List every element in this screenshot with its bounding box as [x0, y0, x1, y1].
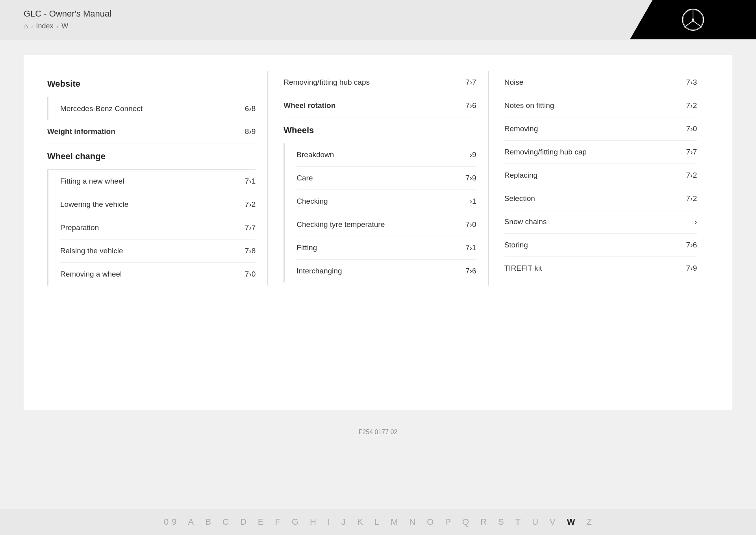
entry-label: Interchanging [296, 267, 342, 275]
list-item[interactable]: Checking tyre temperature 7›0 [296, 213, 476, 236]
list-item[interactable]: Selection 7›2 [504, 187, 697, 210]
alpha-i[interactable]: I [328, 517, 330, 527]
alpha-s[interactable]: S [498, 517, 504, 527]
entry-label: Fitting [296, 243, 317, 252]
entry-label: Removing a wheel [60, 270, 122, 279]
entry-page: 7›3 [686, 78, 697, 87]
alpha-m[interactable]: M [391, 517, 398, 527]
list-item[interactable]: Raising the vehicle 7›8 [60, 240, 256, 263]
entry-page: 7›6 [686, 241, 697, 249]
list-item[interactable]: Wheel rotation 7›6 [284, 94, 476, 117]
alpha-z[interactable]: Z [587, 517, 592, 527]
entry-label: Storing [504, 241, 528, 249]
entry-label: Removing/fitting hub cap [504, 148, 587, 156]
alpha-q[interactable]: Q [462, 517, 469, 527]
entry-page: ›9 [470, 150, 476, 159]
alpha-k[interactable]: K [357, 517, 363, 527]
home-icon[interactable]: ⌂ [24, 22, 28, 30]
wheel-change-sub: Fitting a new wheel 7›1 Lowering the veh… [47, 170, 256, 286]
alpha-d[interactable]: D [240, 517, 247, 527]
entry-label: Care [296, 174, 313, 182]
list-item[interactable]: Removing 7›0 [504, 117, 697, 141]
alpha-j[interactable]: J [341, 517, 346, 527]
alpha-w[interactable]: W [567, 517, 576, 527]
list-item[interactable]: Noise 7›3 [504, 71, 697, 94]
mercedes-logo [630, 0, 756, 39]
breadcrumb-index[interactable]: Index [36, 22, 54, 30]
entry-label: Fitting a new wheel [60, 177, 124, 186]
entry-label: Notes on fitting [504, 101, 554, 110]
alpha-f[interactable]: F [275, 517, 280, 527]
page-title: GLC - Owner's Manual [24, 9, 111, 19]
breadcrumb-w[interactable]: W [61, 22, 68, 30]
alpha-n[interactable]: N [409, 517, 416, 527]
entry-page: 7›9 [686, 264, 697, 273]
entry-label: Breakdown [296, 150, 334, 159]
list-item[interactable]: Snow chains › [504, 210, 697, 234]
list-item[interactable]: Lowering the vehicle 7›2 [60, 193, 256, 216]
list-item[interactable]: Breakdown ›9 [296, 143, 476, 167]
entry-label: Removing/fitting hub caps [284, 78, 370, 87]
entry-page: 7›0 [245, 270, 256, 279]
entry-page: 7›7 [686, 148, 697, 156]
alpha-o[interactable]: O [427, 517, 434, 527]
entry-page: 7›2 [686, 194, 697, 203]
breadcrumb-sep-1: › [31, 23, 33, 30]
entry-page: 7›1 [465, 243, 476, 252]
mercedes-star-icon [681, 8, 705, 32]
list-item[interactable]: Removing/fitting hub caps 7›7 [284, 71, 476, 94]
alpha-p[interactable]: P [445, 517, 451, 527]
list-item[interactable]: Mercedes-Benz Connect 6›8 [60, 97, 256, 120]
header-left: GLC - Owner's Manual ⌂ › Index › W [0, 3, 135, 36]
website-sub: Mercedes-Benz Connect 6›8 [47, 97, 256, 120]
list-item[interactable]: Interchanging 7›6 [296, 260, 476, 282]
entry-page: 7›2 [686, 101, 697, 110]
alpha-v[interactable]: V [550, 517, 556, 527]
alpha-c[interactable]: C [222, 517, 229, 527]
entry-label: Preparation [60, 223, 99, 232]
column-2: Removing/fitting hub caps 7›7 Wheel rota… [268, 71, 488, 286]
alpha-b[interactable]: B [205, 517, 211, 527]
header: GLC - Owner's Manual ⌂ › Index › W [0, 0, 756, 39]
list-item[interactable]: Removing/fitting hub cap 7›7 [504, 141, 697, 164]
list-item[interactable]: Notes on fitting 7›2 [504, 94, 697, 117]
entry-page: 7›0 [465, 220, 476, 229]
list-item[interactable]: Weight information 8›9 [47, 120, 256, 143]
index-columns: Website Mercedes-Benz Connect 6›8 Weight… [47, 71, 709, 286]
list-item[interactable]: Removing a wheel 7›0 [60, 263, 256, 286]
section-website: Website [47, 71, 256, 97]
alpha-g[interactable]: G [292, 517, 299, 527]
list-item[interactable]: Storing 7›6 [504, 234, 697, 257]
entry-label: TIREFIT kit [504, 264, 542, 273]
list-item[interactable]: Fitting a new wheel 7›1 [60, 170, 256, 193]
entry-label: Checking [296, 197, 328, 206]
alpha-r[interactable]: R [480, 517, 487, 527]
list-item[interactable]: Replacing 7›2 [504, 164, 697, 187]
wheels-sub: Breakdown ›9 Care 7›9 Checking ›1 Checki… [284, 143, 476, 282]
entry-page: 7›8 [245, 247, 256, 255]
alpha-a[interactable]: A [188, 517, 195, 527]
entry-page: 7›2 [245, 200, 256, 209]
main-content: Website Mercedes-Benz Connect 6›8 Weight… [24, 55, 732, 410]
entry-label: Removing [504, 124, 538, 133]
entry-page: 7›9 [465, 174, 476, 182]
section-wheel-rotation: Wheel rotation [284, 101, 335, 110]
list-item[interactable]: Fitting 7›1 [296, 236, 476, 260]
entry-label: Mercedes-Benz Connect [60, 104, 143, 113]
alpha-h[interactable]: H [310, 517, 317, 527]
list-item[interactable]: Preparation 7›7 [60, 216, 256, 240]
alpha-09[interactable]: 0 9 [164, 517, 177, 527]
column-1: Website Mercedes-Benz Connect 6›8 Weight… [47, 71, 268, 286]
list-item[interactable]: TIREFIT kit 7›9 [504, 257, 697, 280]
alpha-t[interactable]: T [515, 517, 521, 527]
alpha-u[interactable]: U [532, 517, 539, 527]
section-wheels: Wheels [284, 117, 476, 143]
column-3: Noise 7›3 Notes on fitting 7›2 Removing … [489, 71, 709, 286]
entry-label: Replacing [504, 171, 538, 180]
list-item[interactable]: Checking ›1 [296, 190, 476, 213]
alpha-l[interactable]: L [374, 517, 380, 527]
breadcrumb-sep-2: › [57, 23, 59, 30]
list-item[interactable]: Care 7›9 [296, 167, 476, 190]
alpha-e[interactable]: E [258, 517, 264, 527]
entry-page: › [695, 217, 697, 226]
